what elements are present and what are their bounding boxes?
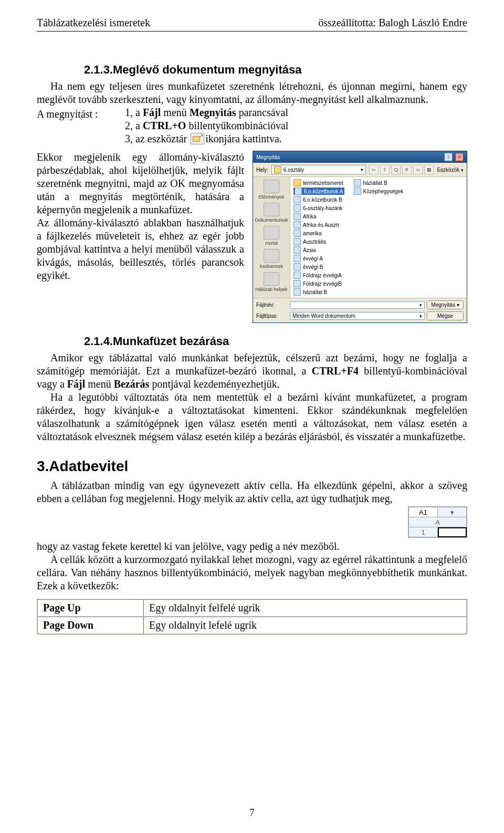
folder-icon (293, 179, 301, 186)
file-item[interactable]: természetismeret (293, 179, 344, 186)
file-item[interactable]: 6.o.közetburok B (293, 196, 344, 203)
document-icon (293, 238, 301, 245)
paragraph-214-2: Ha a legutóbbi változtatás óta nem mente… (37, 391, 467, 443)
paragraph-213-intro: Ha nem egy teljesen üres munkafüzetet sz… (37, 80, 467, 106)
file-item[interactable]: amerika (293, 230, 344, 237)
file-item[interactable]: Földrajz évvégiA (293, 272, 344, 279)
close-icon[interactable]: × (455, 153, 464, 161)
file-item[interactable]: Ausztrália (293, 238, 344, 245)
file-item[interactable]: Földrajz évvégiB (293, 280, 344, 287)
file-item[interactable]: Középhegységek (354, 188, 404, 195)
file-item[interactable]: háziállat B (293, 288, 344, 296)
paragraph-213-dialog: Ekkor megjelenik egy állomány-kiválasztó… (37, 151, 244, 282)
file-list[interactable]: természetismeret6.o.közetburok A6.o.köze… (290, 177, 467, 298)
search-icon[interactable]: Q (391, 165, 401, 174)
document-icon (293, 213, 301, 220)
file-item[interactable]: Ázsia (293, 246, 344, 254)
open-button[interactable]: Megnyitás ▾ (427, 300, 464, 309)
help-icon[interactable]: ? (444, 153, 453, 161)
paragraph-3-2: hogy az vastag fekete kerettel ki van je… (37, 540, 467, 553)
document-icon (293, 246, 301, 254)
heading-3: 3.Adatbevitel (37, 458, 467, 475)
file-item[interactable]: 6-osztály-hazánk (293, 204, 344, 212)
document-icon (293, 221, 301, 228)
file-item[interactable]: háziállat B (354, 179, 404, 186)
heading-214: 2.1.4.Munkafüzet bezárása (84, 335, 467, 348)
open-methods-label: A megnyitást : (37, 108, 125, 145)
header-right: összeállította: Balogh László Endre (318, 17, 467, 29)
filetype-label: Fájltípus: (256, 313, 288, 319)
places-item[interactable]: Előzmények (258, 180, 284, 200)
table-row: Page UpEgy oldalnyit felfelé ugrik (37, 599, 467, 617)
document-icon (293, 204, 301, 212)
filename-input[interactable]: ▾ (290, 301, 425, 309)
new-folder-icon[interactable]: ▭ (413, 165, 423, 174)
place-icon (264, 180, 279, 193)
document-icon (293, 272, 301, 279)
folder-icon (274, 166, 281, 173)
place-icon (264, 203, 279, 216)
places-item[interactable]: Dokumentumok (255, 203, 288, 223)
up-icon[interactable]: ⇧ (380, 165, 390, 174)
place-icon (264, 249, 279, 263)
tools-menu[interactable]: Eszközök ▾ (437, 167, 464, 173)
file-item[interactable]: Afrika (293, 213, 344, 220)
views-icon[interactable]: ▦ (424, 165, 434, 174)
chevron-down-icon: ▾ (419, 303, 422, 308)
dialog-titlebar: Megnyitás ? × (253, 151, 467, 163)
document-icon (354, 179, 361, 186)
places-item[interactable]: Hálózati helyek (255, 272, 287, 292)
document-icon (293, 255, 301, 262)
places-item[interactable]: Asztal (264, 226, 279, 246)
paragraph-3-1: A táblázatban mindig van egy úgynevezett… (37, 479, 467, 505)
page-number: 7 (0, 807, 504, 818)
document-icon (293, 280, 301, 287)
cancel-button[interactable]: Mégse (427, 311, 464, 320)
document-icon (293, 230, 301, 237)
running-header: Táblázatkezelési ismeretek összeállított… (37, 17, 467, 32)
document-icon (293, 288, 301, 296)
chevron-down-icon: ▾ (461, 168, 464, 173)
heading-213: 2.1.3.Meglévő dokumentum megnyitása (84, 63, 467, 77)
lookin-dropdown[interactable]: 6.osztály ▾ (271, 165, 366, 174)
dialog-title: Megnyitás (256, 154, 280, 160)
open-method-2: 2, a CTRL+O billentyűkombinációval (125, 119, 467, 132)
delete-icon[interactable]: ✕ (402, 165, 412, 174)
filetype-dropdown[interactable]: Minden Word dokumentum▾ (290, 312, 425, 320)
chevron-down-icon: ▾ (361, 167, 363, 172)
back-icon[interactable]: ⇦ (369, 165, 379, 174)
open-file-dialog: Megnyitás ? × Hely: 6.osztály ▾ ⇦ ⇧ Q ✕ … (253, 151, 467, 323)
paragraph-214-1: Amikor egy táblázattal való munkánkat be… (37, 351, 467, 391)
document-icon (295, 188, 302, 195)
chevron-down-icon: ▾ (419, 314, 422, 319)
places-bar: ElőzményekDokumentumokAsztalKedvencekHál… (253, 177, 290, 298)
place-icon (264, 272, 279, 286)
open-method-1: 1, a Fájl menü Megnyitás parancsával (125, 106, 467, 119)
file-item[interactable]: 6.o.közetburok A (293, 188, 344, 195)
file-item[interactable]: évvégi B (293, 263, 344, 270)
paragraph-3-3: A cellák között a kurzormozgató nyilakka… (37, 553, 467, 592)
header-left: Táblázatkezelési ismeretek (37, 17, 150, 29)
file-item[interactable]: Afrika és Ausztr (293, 221, 344, 228)
shortcut-table: Page UpEgy oldalnyit felfelé ugrikPage D… (37, 599, 467, 634)
document-icon (293, 263, 301, 270)
table-row: Page DownEgy oldalnyit lefelé ugrik (37, 617, 467, 634)
filename-label: Fájlnév: (256, 302, 288, 308)
open-toolbar-icon (191, 133, 204, 144)
place-icon (264, 226, 279, 240)
cell-reference-figure: A1▾ A 1 (408, 506, 467, 538)
document-icon (354, 188, 361, 195)
file-item[interactable]: évvégi A (293, 255, 344, 262)
open-method-3: 3, az eszköztár ikonjára kattintva. (125, 132, 467, 145)
places-item[interactable]: Kedvencek (260, 249, 284, 269)
document-icon (293, 196, 301, 203)
lookin-label: Hely: (256, 167, 268, 173)
